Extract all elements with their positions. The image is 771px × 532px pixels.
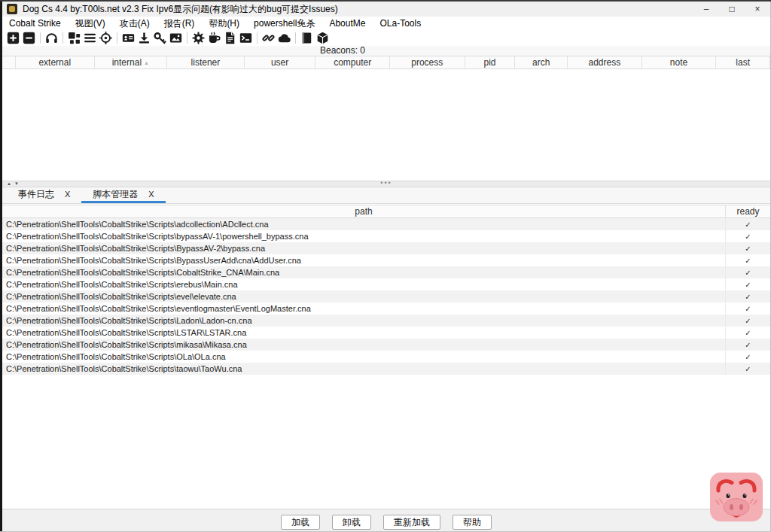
script-path: C:\Penetration\ShellTools\CobaltStrike\S…: [2, 280, 725, 289]
tab-event-log[interactable]: 事件日志X: [7, 187, 81, 203]
beacon-col-last[interactable]: last: [716, 56, 770, 68]
script-row[interactable]: C:\Penetration\ShellTools\CobaltStrike\S…: [2, 363, 770, 375]
beacon-col-arch[interactable]: arch: [515, 56, 568, 68]
script-path: C:\Penetration\ShellTools\CobaltStrike\S…: [2, 292, 725, 301]
menu-attack[interactable]: 攻击(A): [117, 17, 152, 30]
help-button[interactable]: 帮助: [453, 515, 492, 530]
script-row[interactable]: C:\Penetration\ShellTools\CobaltStrike\S…: [2, 278, 770, 290]
credentials-icon: [122, 32, 135, 44]
ready-cell: ✓: [725, 218, 770, 230]
check-icon: ✓: [745, 269, 751, 277]
new-connection-button[interactable]: [5, 31, 21, 45]
screenshots-icon: [169, 32, 182, 44]
pivot-graph-button[interactable]: [66, 31, 82, 45]
app-icon: [7, 4, 17, 14]
new-connection-icon: [7, 32, 20, 44]
menu-report[interactable]: 报告(R): [162, 17, 197, 30]
footer-bar: 加载卸载重新加载帮助: [2, 509, 770, 531]
java-attack-button[interactable]: [206, 31, 222, 45]
script-row[interactable]: C:\Penetration\ShellTools\CobaltStrike\S…: [2, 242, 770, 254]
beacon-col-internal[interactable]: internal▲: [95, 56, 168, 68]
script-row[interactable]: C:\Penetration\ShellTools\CobaltStrike\S…: [2, 351, 770, 363]
java-attack-icon: [208, 32, 221, 44]
script-path: C:\Penetration\ShellTools\CobaltStrike\S…: [2, 244, 725, 253]
window-border-left: [0, 0, 2, 532]
listeners-button[interactable]: [44, 31, 59, 45]
credentials-button[interactable]: [120, 31, 136, 45]
script-row[interactable]: C:\Penetration\ShellTools\CobaltStrike\S…: [2, 230, 770, 242]
downloads-button[interactable]: [136, 31, 152, 45]
web-log-icon: [239, 32, 252, 44]
sessions-table-button[interactable]: [82, 31, 98, 45]
script-row[interactable]: C:\Penetration\ShellTools\CobaltStrike\S…: [2, 302, 770, 315]
ready-cell: ✓: [725, 266, 770, 278]
beacon-col-address[interactable]: address: [568, 56, 642, 68]
script-row[interactable]: C:\Penetration\ShellTools\CobaltStrike\S…: [2, 218, 770, 230]
targets-button[interactable]: [98, 31, 114, 45]
script-path: C:\Penetration\ShellTools\CobaltStrike\S…: [2, 328, 725, 337]
beacon-col-computer[interactable]: computer: [315, 56, 390, 68]
script-row[interactable]: C:\Penetration\ShellTools\CobaltStrike\S…: [2, 327, 770, 339]
script-path: C:\Penetration\ShellTools\CobaltStrike\S…: [2, 268, 725, 277]
menu-view[interactable]: 视图(V): [73, 17, 108, 30]
scripted-web-delivery-icon: [224, 32, 236, 44]
beacons-count-label: Beacons: 0: [320, 46, 365, 56]
load-button[interactable]: 加载: [281, 515, 320, 530]
splitter-grip-icon[interactable]: •••: [2, 180, 770, 187]
window-title: Dog Cs 4.4 by:T00ls.net v2.3 Fix Ipv6显示问…: [23, 3, 338, 16]
tab-event-log-close[interactable]: X: [65, 190, 70, 199]
beacon-col-icon[interactable]: [2, 56, 16, 68]
menu-cobalt-strike[interactable]: Cobalt Strike: [7, 18, 63, 29]
window-controls: – □ ×: [693, 2, 770, 17]
menu-powershell-bypass[interactable]: powershell免杀: [251, 17, 317, 30]
check-icon: ✓: [745, 317, 751, 325]
beacon-col-external[interactable]: external: [16, 56, 95, 68]
beacon-col-listener[interactable]: listener: [167, 56, 245, 68]
beacon-col-user[interactable]: user: [245, 56, 316, 68]
beacon-table-header: externalinternal▲listenerusercomputerpro…: [2, 56, 770, 69]
panel-splitter[interactable]: ▲▼ •••: [2, 181, 770, 187]
script-path: C:\Penetration\ShellTools\CobaltStrike\S…: [2, 316, 725, 325]
toolbar-separator: [257, 32, 258, 44]
beacon-col-process[interactable]: process: [390, 56, 465, 68]
tab-script-manager-close[interactable]: X: [148, 190, 154, 199]
close-button[interactable]: ×: [745, 2, 770, 17]
keystrokes-button[interactable]: [152, 31, 168, 45]
targets-icon: [99, 32, 112, 44]
web-log-button[interactable]: [238, 31, 254, 45]
cloud-button[interactable]: [276, 31, 292, 45]
script-row[interactable]: C:\Penetration\ShellTools\CobaltStrike\S…: [2, 254, 770, 266]
beacon-col-pid[interactable]: pid: [465, 56, 516, 68]
maximize-button[interactable]: □: [719, 2, 745, 17]
reload-button[interactable]: 重新加载: [383, 515, 440, 530]
script-row[interactable]: C:\Penetration\ShellTools\CobaltStrike\S…: [2, 315, 770, 327]
menu-help[interactable]: 帮助(H): [206, 17, 242, 30]
scripted-web-delivery-button[interactable]: [222, 31, 238, 45]
manual-button[interactable]: [299, 31, 315, 45]
ready-cell: ✓: [725, 278, 770, 290]
script-row[interactable]: C:\Penetration\ShellTools\CobaltStrike\S…: [2, 339, 770, 351]
menu-ola-tools[interactable]: OLa-Tools: [377, 18, 423, 29]
check-icon: ✓: [745, 293, 751, 301]
script-path: C:\Penetration\ShellTools\CobaltStrike\S…: [2, 352, 725, 361]
pig-mascot: [710, 473, 763, 521]
unload-button[interactable]: 卸载: [332, 515, 371, 530]
ready-cell: ✓: [725, 363, 770, 375]
script-row[interactable]: C:\Penetration\ShellTools\CobaltStrike\S…: [2, 266, 770, 278]
screenshots-button[interactable]: [168, 31, 184, 45]
beacon-col-label: process: [411, 57, 443, 68]
link-button[interactable]: [261, 31, 276, 45]
title-bar[interactable]: Dog Cs 4.4 by:T00ls.net v2.3 Fix Ipv6显示问…: [2, 2, 770, 17]
beacon-col-note[interactable]: note: [642, 56, 717, 68]
minimize-button[interactable]: –: [693, 2, 719, 17]
menu-aboutme[interactable]: AboutMe: [327, 18, 367, 29]
gear-button[interactable]: [190, 31, 206, 45]
disconnect-button[interactable]: [21, 31, 37, 45]
support-button[interactable]: [315, 31, 331, 45]
check-icon: ✓: [745, 257, 751, 265]
script-row[interactable]: C:\Penetration\ShellTools\CobaltStrike\S…: [2, 290, 770, 302]
script-col-ready[interactable]: ready: [725, 205, 770, 217]
tab-script-manager[interactable]: 脚本管理器X: [81, 187, 165, 203]
check-icon: ✓: [745, 329, 751, 337]
script-col-path[interactable]: path: [2, 205, 725, 217]
